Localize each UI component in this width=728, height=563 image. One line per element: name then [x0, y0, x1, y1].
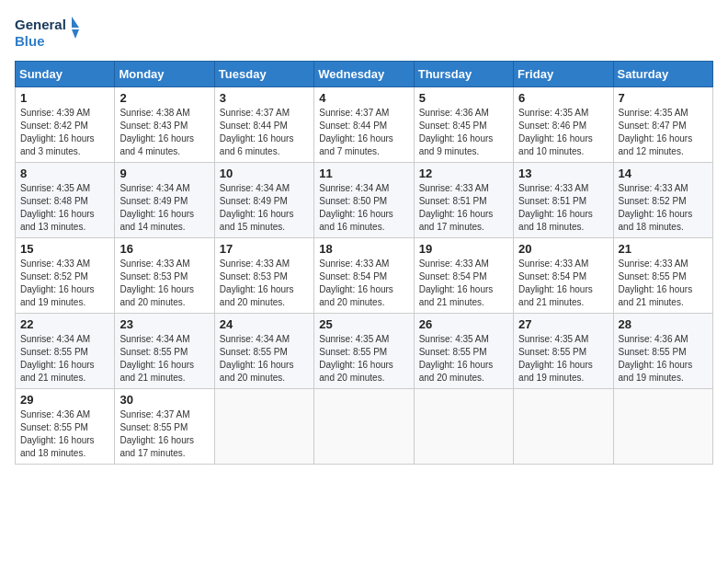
- day-number: 16: [119, 242, 209, 256]
- day-info: Sunrise: 4:34 AM Sunset: 8:49 PM Dayligh…: [220, 182, 309, 234]
- calendar-cell: 22Sunrise: 4:34 AM Sunset: 8:55 PM Dayli…: [16, 314, 115, 389]
- calendar-cell: 30Sunrise: 4:37 AM Sunset: 8:55 PM Dayli…: [115, 389, 214, 465]
- weekday-header-sunday: Sunday: [16, 62, 115, 87]
- day-info: Sunrise: 4:33 AM Sunset: 8:52 PM Dayligh…: [619, 182, 708, 234]
- calendar-header-row: SundayMondayTuesdayWednesdayThursdayFrid…: [16, 62, 713, 87]
- day-info: Sunrise: 4:35 AM Sunset: 8:48 PM Dayligh…: [20, 182, 109, 234]
- weekday-header-saturday: Saturday: [613, 62, 712, 87]
- calendar-cell: 25Sunrise: 4:35 AM Sunset: 8:55 PM Dayli…: [314, 314, 414, 389]
- day-number: 23: [119, 317, 209, 331]
- day-number: 13: [518, 167, 608, 180]
- calendar-cell: 27Sunrise: 4:35 AM Sunset: 8:55 PM Dayli…: [514, 314, 613, 389]
- day-info: Sunrise: 4:38 AM Sunset: 8:43 PM Dayligh…: [119, 107, 209, 158]
- svg-marker-2: [72, 17, 79, 28]
- svg-text:General: General: [15, 17, 66, 32]
- day-info: Sunrise: 4:33 AM Sunset: 8:53 PM Dayligh…: [119, 258, 209, 309]
- calendar-cell: 15Sunrise: 4:33 AM Sunset: 8:52 PM Dayli…: [16, 238, 115, 314]
- day-info: Sunrise: 4:34 AM Sunset: 8:49 PM Dayligh…: [119, 182, 209, 234]
- calendar-cell: [314, 389, 414, 465]
- day-number: 20: [518, 242, 608, 256]
- calendar-cell: 14Sunrise: 4:33 AM Sunset: 8:52 PM Dayli…: [613, 163, 712, 238]
- calendar-week-row: 1Sunrise: 4:39 AM Sunset: 8:42 PM Daylig…: [16, 87, 713, 163]
- day-number: 15: [20, 242, 109, 256]
- day-number: 24: [220, 317, 309, 331]
- calendar-cell: [514, 389, 613, 465]
- calendar-cell: 19Sunrise: 4:33 AM Sunset: 8:54 PM Dayli…: [414, 238, 513, 314]
- weekday-header-thursday: Thursday: [414, 62, 513, 87]
- svg-marker-3: [72, 29, 79, 39]
- day-info: Sunrise: 4:34 AM Sunset: 8:55 PM Dayligh…: [20, 333, 109, 385]
- day-info: Sunrise: 4:37 AM Sunset: 8:44 PM Dayligh…: [319, 107, 408, 158]
- logo-svg: General Blue: [15, 15, 79, 53]
- weekday-header-wednesday: Wednesday: [314, 62, 414, 87]
- day-number: 14: [619, 167, 708, 180]
- calendar-cell: 29Sunrise: 4:36 AM Sunset: 8:55 PM Dayli…: [16, 389, 115, 465]
- day-number: 12: [419, 167, 508, 180]
- day-info: Sunrise: 4:33 AM Sunset: 8:52 PM Dayligh…: [20, 258, 109, 309]
- calendar-cell: 6Sunrise: 4:35 AM Sunset: 8:46 PM Daylig…: [514, 87, 613, 163]
- day-info: Sunrise: 4:35 AM Sunset: 8:55 PM Dayligh…: [518, 333, 608, 385]
- calendar-week-row: 29Sunrise: 4:36 AM Sunset: 8:55 PM Dayli…: [16, 389, 713, 465]
- calendar-cell: [414, 389, 513, 465]
- day-info: Sunrise: 4:33 AM Sunset: 8:55 PM Dayligh…: [619, 258, 708, 309]
- calendar-cell: [613, 389, 712, 465]
- logo: General Blue: [15, 15, 79, 53]
- day-number: 21: [619, 242, 708, 256]
- calendar-cell: 17Sunrise: 4:33 AM Sunset: 8:53 PM Dayli…: [214, 238, 313, 314]
- day-number: 18: [319, 242, 408, 256]
- day-number: 7: [619, 91, 708, 105]
- day-info: Sunrise: 4:33 AM Sunset: 8:53 PM Dayligh…: [220, 258, 309, 309]
- day-info: Sunrise: 4:33 AM Sunset: 8:54 PM Dayligh…: [319, 258, 408, 309]
- day-info: Sunrise: 4:33 AM Sunset: 8:51 PM Dayligh…: [419, 182, 508, 234]
- day-number: 19: [419, 242, 508, 256]
- calendar-cell: 24Sunrise: 4:34 AM Sunset: 8:55 PM Dayli…: [214, 314, 313, 389]
- day-number: 1: [20, 91, 109, 105]
- day-number: 6: [518, 91, 608, 105]
- day-number: 30: [119, 393, 209, 407]
- day-info: Sunrise: 4:35 AM Sunset: 8:47 PM Dayligh…: [619, 107, 708, 158]
- day-number: 8: [20, 167, 109, 180]
- svg-text:Blue: Blue: [15, 33, 45, 49]
- calendar-week-row: 15Sunrise: 4:33 AM Sunset: 8:52 PM Dayli…: [16, 238, 713, 314]
- weekday-header-tuesday: Tuesday: [214, 62, 313, 87]
- calendar-cell: 26Sunrise: 4:35 AM Sunset: 8:55 PM Dayli…: [414, 314, 513, 389]
- day-number: 9: [119, 167, 209, 180]
- weekday-header-monday: Monday: [115, 62, 214, 87]
- calendar-cell: 1Sunrise: 4:39 AM Sunset: 8:42 PM Daylig…: [16, 87, 115, 163]
- day-number: 29: [20, 393, 109, 407]
- day-info: Sunrise: 4:36 AM Sunset: 8:45 PM Dayligh…: [419, 107, 508, 158]
- calendar-cell: 16Sunrise: 4:33 AM Sunset: 8:53 PM Dayli…: [115, 238, 214, 314]
- calendar-cell: 20Sunrise: 4:33 AM Sunset: 8:54 PM Dayli…: [514, 238, 613, 314]
- calendar-cell: 5Sunrise: 4:36 AM Sunset: 8:45 PM Daylig…: [414, 87, 513, 163]
- day-number: 4: [319, 91, 408, 105]
- day-info: Sunrise: 4:33 AM Sunset: 8:51 PM Dayligh…: [518, 182, 608, 234]
- calendar-cell: 12Sunrise: 4:33 AM Sunset: 8:51 PM Dayli…: [414, 163, 513, 238]
- day-info: Sunrise: 4:35 AM Sunset: 8:55 PM Dayligh…: [319, 333, 408, 385]
- day-number: 26: [419, 317, 508, 331]
- calendar-cell: 7Sunrise: 4:35 AM Sunset: 8:47 PM Daylig…: [613, 87, 712, 163]
- day-info: Sunrise: 4:36 AM Sunset: 8:55 PM Dayligh…: [619, 333, 708, 385]
- day-number: 10: [220, 167, 309, 180]
- calendar-cell: 23Sunrise: 4:34 AM Sunset: 8:55 PM Dayli…: [115, 314, 214, 389]
- calendar-cell: 4Sunrise: 4:37 AM Sunset: 8:44 PM Daylig…: [314, 87, 414, 163]
- day-info: Sunrise: 4:36 AM Sunset: 8:55 PM Dayligh…: [20, 408, 109, 460]
- calendar-week-row: 8Sunrise: 4:35 AM Sunset: 8:48 PM Daylig…: [16, 163, 713, 238]
- calendar-week-row: 22Sunrise: 4:34 AM Sunset: 8:55 PM Dayli…: [16, 314, 713, 389]
- day-info: Sunrise: 4:39 AM Sunset: 8:42 PM Dayligh…: [20, 107, 109, 158]
- day-number: 17: [220, 242, 309, 256]
- day-number: 22: [20, 317, 109, 331]
- day-number: 28: [619, 317, 708, 331]
- calendar-cell: 9Sunrise: 4:34 AM Sunset: 8:49 PM Daylig…: [115, 163, 214, 238]
- calendar-cell: 21Sunrise: 4:33 AM Sunset: 8:55 PM Dayli…: [613, 238, 712, 314]
- calendar-cell: 8Sunrise: 4:35 AM Sunset: 8:48 PM Daylig…: [16, 163, 115, 238]
- day-number: 3: [220, 91, 309, 105]
- day-info: Sunrise: 4:34 AM Sunset: 8:55 PM Dayligh…: [119, 333, 209, 385]
- calendar-table: SundayMondayTuesdayWednesdayThursdayFrid…: [15, 61, 713, 465]
- day-info: Sunrise: 4:34 AM Sunset: 8:55 PM Dayligh…: [220, 333, 309, 385]
- day-number: 27: [518, 317, 608, 331]
- day-info: Sunrise: 4:37 AM Sunset: 8:44 PM Dayligh…: [220, 107, 309, 158]
- calendar-cell: 13Sunrise: 4:33 AM Sunset: 8:51 PM Dayli…: [514, 163, 613, 238]
- day-info: Sunrise: 4:33 AM Sunset: 8:54 PM Dayligh…: [419, 258, 508, 309]
- page-header: General Blue: [15, 15, 713, 53]
- day-info: Sunrise: 4:37 AM Sunset: 8:55 PM Dayligh…: [119, 408, 209, 460]
